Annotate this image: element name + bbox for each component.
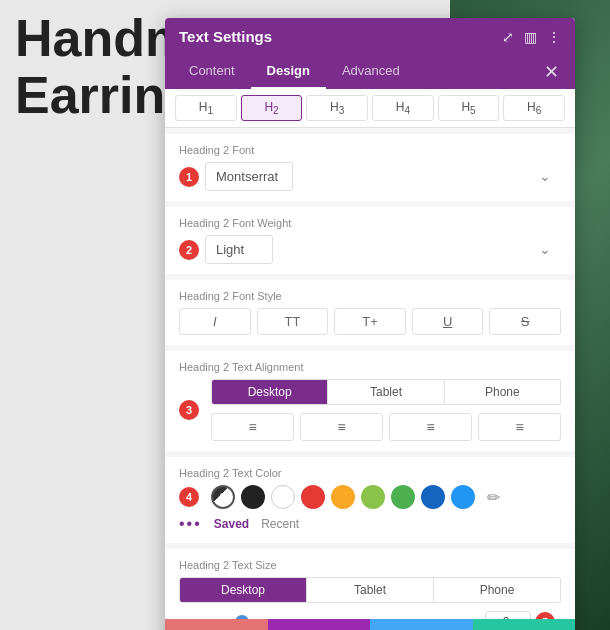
- color-dark-blue[interactable]: [421, 485, 445, 509]
- text-color-label: Heading 2 Text Color: [179, 467, 561, 479]
- align-icon-buttons: ≡ ≡ ≡ ≡: [211, 413, 561, 441]
- align-left-btn[interactable]: ≡: [211, 413, 294, 441]
- save-button[interactable]: ✓: [473, 619, 576, 630]
- device-tabs-size: Desktop Tablet Phone: [179, 577, 561, 603]
- align-justify-btn[interactable]: ≡: [478, 413, 561, 441]
- desktop-tab-align[interactable]: Desktop: [212, 380, 328, 404]
- text-size-section: Heading 2 Text Size Desktop Tablet Phone…: [165, 549, 575, 619]
- color-yellow[interactable]: [331, 485, 355, 509]
- text-align-badge-row: 3 Desktop Tablet Phone ≡ ≡ ≡ ≡: [179, 379, 561, 441]
- h4-tab[interactable]: H4: [372, 95, 434, 121]
- phone-tab-align[interactable]: Phone: [445, 380, 560, 404]
- font-section-label: Heading 2 Font: [179, 144, 561, 156]
- tab-advanced[interactable]: Advanced: [326, 55, 416, 89]
- redo-button[interactable]: ↻: [370, 619, 473, 630]
- tablet-tab-align[interactable]: Tablet: [328, 380, 444, 404]
- h2-tab[interactable]: H2: [241, 95, 303, 121]
- color-pencil-icon[interactable]: ✏: [481, 485, 505, 509]
- align-center-btn[interactable]: ≡: [300, 413, 383, 441]
- font-weight-select-wrapper: Light Regular Bold: [205, 235, 561, 264]
- text-align-label: Heading 2 Text Alignment: [179, 361, 561, 373]
- tab-design[interactable]: Design: [251, 55, 326, 89]
- h6-tab[interactable]: H6: [503, 95, 565, 121]
- text-size-value-badge: 5: [485, 611, 561, 619]
- color-red[interactable]: [301, 485, 325, 509]
- text-align-section: Heading 2 Text Alignment 3 Desktop Table…: [165, 351, 575, 451]
- color-saved-btn[interactable]: Saved: [214, 517, 249, 531]
- underline-btn[interactable]: U: [412, 308, 484, 335]
- align-right-btn[interactable]: ≡: [389, 413, 472, 441]
- capitalize-btn[interactable]: T+: [334, 308, 406, 335]
- text-size-badge: 5: [535, 612, 555, 619]
- color-black[interactable]: [241, 485, 265, 509]
- panel-body: H1 H2 H3 H4 H5 H6 Heading 2 Font 1 Monts…: [165, 89, 575, 619]
- color-picker-swatch[interactable]: ✎: [211, 485, 235, 509]
- color-white[interactable]: [271, 485, 295, 509]
- panel-footer: ✕ ↺ ↻ ✓: [165, 619, 575, 630]
- text-size-value-input[interactable]: [485, 611, 531, 619]
- text-size-label: Heading 2 Text Size: [179, 559, 561, 571]
- panel-header-icons: ⤢ ▥ ⋮: [502, 29, 561, 45]
- panel-close-icon[interactable]: ✕: [536, 55, 567, 89]
- phone-tab-size[interactable]: Phone: [434, 578, 560, 602]
- font-weight-label: Heading 2 Font Weight: [179, 217, 561, 229]
- color-more-icon[interactable]: •••: [179, 515, 202, 533]
- h3-tab[interactable]: H3: [306, 95, 368, 121]
- font-select-wrapper: Montserrat Roboto Open Sans: [205, 162, 561, 191]
- text-settings-panel: Text Settings ⤢ ▥ ⋮ Content Design Advan…: [165, 18, 575, 630]
- font-select[interactable]: Montserrat Roboto Open Sans: [205, 162, 293, 191]
- desktop-tab-size[interactable]: Desktop: [180, 578, 307, 602]
- font-style-buttons: I TT T+ U S: [179, 308, 561, 335]
- cancel-button[interactable]: ✕: [165, 619, 268, 630]
- color-recent-btn[interactable]: Recent: [261, 517, 299, 531]
- color-badge: 4: [179, 487, 199, 507]
- text-align-content: Desktop Tablet Phone ≡ ≡ ≡ ≡: [211, 379, 561, 441]
- italic-btn[interactable]: I: [179, 308, 251, 335]
- text-align-badge: 3: [179, 400, 199, 420]
- font-section: Heading 2 Font 1 Montserrat Roboto Open …: [165, 134, 575, 201]
- color-blue[interactable]: [451, 485, 475, 509]
- color-actions-row: ••• Saved Recent: [179, 515, 561, 533]
- font-weight-section: Heading 2 Font Weight 2 Light Regular Bo…: [165, 207, 575, 274]
- font-weight-row: 2 Light Regular Bold: [179, 235, 561, 264]
- strikethrough-btn[interactable]: S: [489, 308, 561, 335]
- font-style-section: Heading 2 Font Style I TT T+ U S: [165, 280, 575, 345]
- font-select-row: 1 Montserrat Roboto Open Sans: [179, 162, 561, 191]
- color-light-green[interactable]: [361, 485, 385, 509]
- heading-tabs-row: H1 H2 H3 H4 H5 H6: [165, 89, 575, 128]
- text-color-section: Heading 2 Text Color 4 ✎ ✏ ••• Saved: [165, 457, 575, 543]
- device-tabs-align: Desktop Tablet Phone: [211, 379, 561, 405]
- font-weight-badge: 2: [179, 240, 199, 260]
- font-badge: 1: [179, 167, 199, 187]
- h5-tab[interactable]: H5: [438, 95, 500, 121]
- panel-title: Text Settings: [179, 28, 272, 45]
- panel-tabs: Content Design Advanced ✕: [165, 55, 575, 89]
- undo-button[interactable]: ↺: [268, 619, 371, 630]
- h1-tab[interactable]: H1: [175, 95, 237, 121]
- panel-header: Text Settings ⤢ ▥ ⋮: [165, 18, 575, 55]
- font-style-label: Heading 2 Font Style: [179, 290, 561, 302]
- fullscreen-icon[interactable]: ⤢: [502, 29, 514, 45]
- columns-icon[interactable]: ▥: [524, 29, 537, 45]
- color-green[interactable]: [391, 485, 415, 509]
- more-icon[interactable]: ⋮: [547, 29, 561, 45]
- uppercase-btn[interactable]: TT: [257, 308, 329, 335]
- tab-content[interactable]: Content: [173, 55, 251, 89]
- font-weight-select[interactable]: Light Regular Bold: [205, 235, 273, 264]
- tablet-tab-size[interactable]: Tablet: [307, 578, 434, 602]
- text-size-slider-row: 5: [179, 611, 561, 619]
- color-swatches-row: 4 ✎ ✏: [179, 485, 561, 509]
